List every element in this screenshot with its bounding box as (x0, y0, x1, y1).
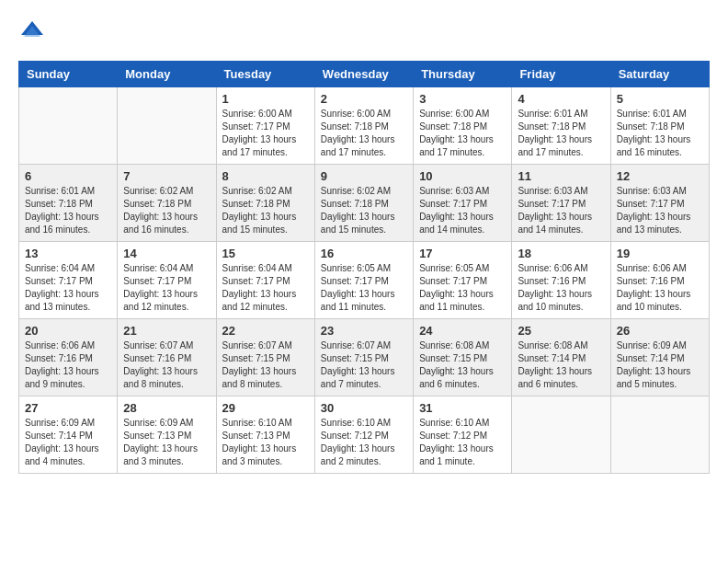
calendar-week-row: 6Sunrise: 6:01 AM Sunset: 7:18 PM Daylig… (19, 165, 710, 242)
day-info: Sunrise: 6:01 AM Sunset: 7:18 PM Dayligh… (25, 185, 111, 236)
calendar-table: SundayMondayTuesdayWednesdayThursdayFrid… (18, 61, 710, 474)
calendar-cell: 2Sunrise: 6:00 AM Sunset: 7:18 PM Daylig… (314, 87, 413, 165)
calendar-cell: 17Sunrise: 6:05 AM Sunset: 7:17 PM Dayli… (414, 242, 512, 319)
calendar-cell: 8Sunrise: 6:02 AM Sunset: 7:18 PM Daylig… (216, 165, 314, 242)
day-number: 15 (222, 247, 309, 260)
day-number: 19 (617, 247, 703, 260)
day-info: Sunrise: 6:04 AM Sunset: 7:17 PM Dayligh… (123, 262, 210, 314)
day-number: 10 (419, 169, 506, 183)
calendar-week-row: 27Sunrise: 6:09 AM Sunset: 7:14 PM Dayli… (19, 396, 710, 474)
day-number: 9 (321, 169, 407, 183)
day-number: 24 (419, 324, 506, 338)
day-number: 7 (123, 169, 210, 183)
day-number: 4 (518, 92, 604, 106)
calendar-cell: 31Sunrise: 6:10 AM Sunset: 7:12 PM Dayli… (414, 396, 512, 474)
calendar-cell: 28Sunrise: 6:09 AM Sunset: 7:13 PM Dayli… (118, 396, 216, 474)
day-info: Sunrise: 6:09 AM Sunset: 7:14 PM Dayligh… (617, 339, 703, 391)
calendar-cell: 30Sunrise: 6:10 AM Sunset: 7:12 PM Dayli… (314, 396, 413, 474)
calendar-week-row: 20Sunrise: 6:06 AM Sunset: 7:16 PM Dayli… (19, 319, 710, 396)
calendar-cell: 25Sunrise: 6:08 AM Sunset: 7:14 PM Dayli… (512, 319, 610, 396)
day-info: Sunrise: 6:00 AM Sunset: 7:17 PM Dayligh… (222, 108, 309, 159)
logo-icon (18, 18, 46, 46)
day-number: 2 (321, 92, 407, 106)
calendar-cell: 9Sunrise: 6:02 AM Sunset: 7:18 PM Daylig… (314, 165, 413, 242)
day-info: Sunrise: 6:00 AM Sunset: 7:18 PM Dayligh… (419, 108, 506, 159)
day-info: Sunrise: 6:03 AM Sunset: 7:17 PM Dayligh… (419, 185, 506, 236)
day-info: Sunrise: 6:08 AM Sunset: 7:14 PM Dayligh… (518, 339, 604, 391)
calendar-cell: 21Sunrise: 6:07 AM Sunset: 7:16 PM Dayli… (118, 319, 216, 396)
day-number: 14 (123, 247, 210, 260)
weekday-header-wednesday: Wednesday (314, 62, 413, 87)
day-info: Sunrise: 6:02 AM Sunset: 7:18 PM Dayligh… (222, 185, 309, 236)
page-header (18, 18, 710, 46)
logo (18, 18, 50, 46)
day-number: 20 (25, 324, 111, 338)
day-number: 17 (419, 247, 506, 260)
day-info: Sunrise: 6:10 AM Sunset: 7:12 PM Dayligh… (419, 417, 506, 468)
calendar-cell: 12Sunrise: 6:03 AM Sunset: 7:17 PM Dayli… (610, 165, 709, 242)
day-info: Sunrise: 6:06 AM Sunset: 7:16 PM Dayligh… (617, 262, 703, 314)
day-info: Sunrise: 6:06 AM Sunset: 7:16 PM Dayligh… (25, 339, 111, 391)
day-info: Sunrise: 6:05 AM Sunset: 7:17 PM Dayligh… (419, 262, 506, 314)
day-info: Sunrise: 6:04 AM Sunset: 7:17 PM Dayligh… (222, 262, 309, 314)
day-number: 26 (617, 324, 703, 338)
calendar-cell: 18Sunrise: 6:06 AM Sunset: 7:16 PM Dayli… (512, 242, 610, 319)
day-info: Sunrise: 6:10 AM Sunset: 7:12 PM Dayligh… (321, 417, 407, 468)
calendar-cell: 16Sunrise: 6:05 AM Sunset: 7:17 PM Dayli… (314, 242, 413, 319)
day-number: 11 (518, 169, 604, 183)
day-number: 12 (617, 169, 703, 183)
day-info: Sunrise: 6:07 AM Sunset: 7:15 PM Dayligh… (321, 339, 407, 391)
day-info: Sunrise: 6:02 AM Sunset: 7:18 PM Dayligh… (321, 185, 407, 236)
calendar-cell: 4Sunrise: 6:01 AM Sunset: 7:18 PM Daylig… (512, 87, 610, 165)
calendar-cell: 24Sunrise: 6:08 AM Sunset: 7:15 PM Dayli… (414, 319, 512, 396)
weekday-header-friday: Friday (512, 62, 610, 87)
calendar-cell: 5Sunrise: 6:01 AM Sunset: 7:18 PM Daylig… (610, 87, 709, 165)
calendar-cell: 11Sunrise: 6:03 AM Sunset: 7:17 PM Dayli… (512, 165, 610, 242)
calendar-header-row: SundayMondayTuesdayWednesdayThursdayFrid… (19, 62, 710, 87)
weekday-header-tuesday: Tuesday (216, 62, 314, 87)
calendar-cell: 6Sunrise: 6:01 AM Sunset: 7:18 PM Daylig… (19, 165, 118, 242)
day-number: 25 (518, 324, 604, 338)
day-number: 18 (518, 247, 604, 260)
weekday-header-thursday: Thursday (414, 62, 512, 87)
calendar-cell (512, 396, 610, 474)
day-number: 29 (222, 401, 309, 415)
day-info: Sunrise: 6:02 AM Sunset: 7:18 PM Dayligh… (123, 185, 210, 236)
day-info: Sunrise: 6:05 AM Sunset: 7:17 PM Dayligh… (321, 262, 407, 314)
calendar-cell: 20Sunrise: 6:06 AM Sunset: 7:16 PM Dayli… (19, 319, 118, 396)
calendar-week-row: 13Sunrise: 6:04 AM Sunset: 7:17 PM Dayli… (19, 242, 710, 319)
calendar-week-row: 1Sunrise: 6:00 AM Sunset: 7:17 PM Daylig… (19, 87, 710, 165)
calendar-cell: 14Sunrise: 6:04 AM Sunset: 7:17 PM Dayli… (118, 242, 216, 319)
calendar-cell: 19Sunrise: 6:06 AM Sunset: 7:16 PM Dayli… (610, 242, 709, 319)
day-number: 13 (25, 247, 111, 260)
calendar-cell: 29Sunrise: 6:10 AM Sunset: 7:13 PM Dayli… (216, 396, 314, 474)
day-number: 6 (25, 169, 111, 183)
weekday-header-sunday: Sunday (19, 62, 118, 87)
calendar-cell: 13Sunrise: 6:04 AM Sunset: 7:17 PM Dayli… (19, 242, 118, 319)
day-number: 21 (123, 324, 210, 338)
calendar-cell (118, 87, 216, 165)
day-number: 30 (321, 401, 407, 415)
day-info: Sunrise: 6:01 AM Sunset: 7:18 PM Dayligh… (518, 108, 604, 159)
day-number: 8 (222, 169, 309, 183)
day-number: 23 (321, 324, 407, 338)
day-info: Sunrise: 6:09 AM Sunset: 7:13 PM Dayligh… (123, 417, 210, 468)
day-info: Sunrise: 6:00 AM Sunset: 7:18 PM Dayligh… (321, 108, 407, 159)
calendar-cell: 23Sunrise: 6:07 AM Sunset: 7:15 PM Dayli… (314, 319, 413, 396)
calendar-cell: 27Sunrise: 6:09 AM Sunset: 7:14 PM Dayli… (19, 396, 118, 474)
day-number: 22 (222, 324, 309, 338)
day-info: Sunrise: 6:07 AM Sunset: 7:16 PM Dayligh… (123, 339, 210, 391)
day-info: Sunrise: 6:08 AM Sunset: 7:15 PM Dayligh… (419, 339, 506, 391)
calendar-cell: 10Sunrise: 6:03 AM Sunset: 7:17 PM Dayli… (414, 165, 512, 242)
day-number: 28 (123, 401, 210, 415)
calendar-cell (610, 396, 709, 474)
weekday-header-monday: Monday (118, 62, 216, 87)
day-number: 16 (321, 247, 407, 260)
calendar-cell: 15Sunrise: 6:04 AM Sunset: 7:17 PM Dayli… (216, 242, 314, 319)
day-info: Sunrise: 6:03 AM Sunset: 7:17 PM Dayligh… (617, 185, 703, 236)
day-number: 31 (419, 401, 506, 415)
day-info: Sunrise: 6:06 AM Sunset: 7:16 PM Dayligh… (518, 262, 604, 314)
day-number: 5 (617, 92, 703, 106)
day-info: Sunrise: 6:01 AM Sunset: 7:18 PM Dayligh… (617, 108, 703, 159)
day-info: Sunrise: 6:03 AM Sunset: 7:17 PM Dayligh… (518, 185, 604, 236)
